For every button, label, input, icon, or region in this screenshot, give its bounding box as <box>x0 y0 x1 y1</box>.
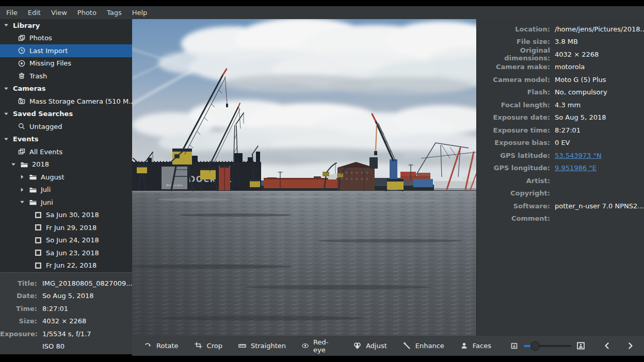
meta-row-exposure-date: Exposure date:So Aug 5, 2018 <box>477 111 644 124</box>
crop-button[interactable]: Crop <box>190 339 227 353</box>
sidebar-item-photos[interactable]: Photos <box>0 32 132 45</box>
date-icon <box>34 249 42 257</box>
sidebar-section-library[interactable]: Library <box>0 19 132 32</box>
meta-row-copyright: Copyright: <box>477 187 644 200</box>
meta-row-comment: Comment: <box>477 212 644 225</box>
sidebar-item-event-jun-23[interactable]: Sa Jun 23, 2018 <box>0 246 132 259</box>
sidebar-item-missing-files[interactable]: Missing Files <box>0 57 132 70</box>
sidebar-item-event-jun-22[interactable]: Fr Jun 22, 2018 <box>0 259 132 272</box>
meta-row-exposure-time: Exposure time:8:27:01 <box>477 124 644 137</box>
info-row-title: Title:IMG_20180805_0827009... <box>0 277 132 290</box>
meta-row-gps-latitude: GPS latitude:53.543973 °N <box>477 149 644 162</box>
faces-button[interactable]: Faces <box>456 339 495 353</box>
adjust-button[interactable]: Adjust <box>349 339 391 353</box>
gps-longitude-link[interactable]: 9.951986 °E <box>555 164 597 172</box>
meta-row-location: Location:/home/jens/Pictures/2018... <box>477 23 644 36</box>
chevron-expanded-icon[interactable] <box>3 111 9 117</box>
menu-bar: File Edit View Photo Tags Help <box>0 6 644 19</box>
sidebar-section-events[interactable]: Events <box>0 133 132 146</box>
rotate-button[interactable]: Rotate <box>139 339 183 353</box>
menu-file[interactable]: File <box>1 6 23 19</box>
folder-icon <box>29 186 37 194</box>
menu-help[interactable]: Help <box>127 6 153 19</box>
faces-icon <box>460 341 469 350</box>
folder-icon <box>29 173 37 181</box>
red-eye-button[interactable]: Red-eye <box>297 336 342 356</box>
sidebar-section-cameras[interactable]: Cameras <box>0 83 132 95</box>
info-row-size: Size:4032 × 2268 <box>0 315 132 328</box>
meta-row-exposure-bias: Exposure bias:0 EV <box>477 137 644 150</box>
meta-row-gps-longitude: GPS longitude:9.951986 °E <box>477 162 644 175</box>
rotate-icon <box>143 341 152 350</box>
adjust-icon <box>353 341 362 350</box>
edit-toolbar: Rotate Crop Straighten Red-eye Adjust En… <box>132 336 644 356</box>
info-row-exposure: Exposure:1/5534 s, f/1.7 <box>0 327 132 340</box>
meta-row-software: Software:potter_n-user 7.0 NPNS2... <box>477 200 644 212</box>
meta-row-focal-length: Focal length:4.3 mm <box>477 98 644 111</box>
sidebar-item-event-jun-29[interactable]: Fr Jun 29, 2018 <box>0 221 132 234</box>
zoom-slider[interactable] <box>524 341 571 351</box>
meta-row-camera-model: Camera model:Moto G (5) Plus <box>477 73 644 86</box>
sidebar-section-saved-searches[interactable]: Saved Searches <box>0 108 132 121</box>
sidebar-item-untagged[interactable]: Untagged <box>0 120 132 133</box>
straighten-icon <box>238 341 247 350</box>
photos-icon <box>18 34 26 42</box>
zoom-out-photo-icon[interactable] <box>510 341 519 350</box>
sidebar-item-trash[interactable]: Trash <box>0 70 132 83</box>
enhance-icon <box>403 341 411 350</box>
menu-photo[interactable]: Photo <box>72 6 102 19</box>
camera-icon <box>18 97 26 105</box>
chevron-collapsed-icon[interactable] <box>19 187 25 193</box>
chevron-expanded-icon[interactable] <box>3 22 9 28</box>
meta-row-camera-make: Camera make:motorola <box>477 61 644 74</box>
date-icon <box>34 211 42 219</box>
sidebar-item-juni[interactable]: Juni <box>0 196 132 209</box>
straighten-button[interactable]: Straighten <box>234 339 290 353</box>
trash-icon <box>18 72 26 80</box>
zoom-slider-knob[interactable] <box>530 341 540 351</box>
info-row-date: Date:So Aug 5, 2018 <box>0 290 132 303</box>
sidebar-item-all-events[interactable]: All Events <box>0 145 132 158</box>
menu-edit[interactable]: Edit <box>23 6 46 19</box>
chevron-expanded-icon[interactable] <box>3 86 9 92</box>
sidebar-item-juli[interactable]: Juli <box>0 184 132 196</box>
gps-latitude-link[interactable]: 53.543973 °N <box>555 152 602 159</box>
search-icon <box>18 122 26 130</box>
chevron-expanded-icon[interactable] <box>10 161 17 168</box>
chevron-expanded-icon[interactable] <box>19 199 25 205</box>
crop-icon <box>194 341 203 350</box>
sidebar-item-august[interactable]: August <box>0 171 132 184</box>
date-icon <box>34 223 42 232</box>
zoom-in-photo-icon[interactable] <box>576 341 585 350</box>
date-icon <box>34 261 42 270</box>
info-row-time: Time:8:27:01 <box>0 302 132 315</box>
missing-files-icon <box>18 59 26 68</box>
chevron-expanded-icon[interactable] <box>3 136 9 142</box>
dock-sign-small-text: Blohm+Voss <box>166 184 183 187</box>
info-row-iso: ISO 80 <box>0 340 132 353</box>
date-icon <box>34 236 42 244</box>
basic-info-panel: Title:IMG_20180805_0827009... Date:So Au… <box>0 272 132 354</box>
red-eye-icon <box>301 341 309 350</box>
meta-row-flash: Flash:No, compulsory <box>477 86 644 99</box>
chevron-collapsed-icon[interactable] <box>19 174 25 180</box>
sidebar-item-last-import[interactable]: Last Import <box>0 44 132 57</box>
extended-info-panel: Location:/home/jens/Pictures/2018... Fil… <box>476 19 644 336</box>
previous-photo-button[interactable] <box>603 341 611 350</box>
photo-harbor-cranes[interactable]: Blohm+Voss DOCK 11 <box>132 19 476 336</box>
sidebar-item-event-jun-24[interactable]: So Jun 24, 2018 <box>0 234 132 247</box>
menu-tags[interactable]: Tags <box>102 6 127 19</box>
meta-row-original-dimensions: Original dimensions:4032 × 2268 <box>477 48 644 61</box>
clock-icon <box>18 46 26 55</box>
sidebar-item-mass-storage-camera[interactable]: Mass Storage Camera (510 M... <box>0 95 132 108</box>
photo-navigation <box>603 341 635 350</box>
sidebar-tree: Library Photos Last Import Missing Files… <box>0 19 132 272</box>
enhance-button[interactable]: Enhance <box>398 339 448 353</box>
sidebar-item-2018[interactable]: 2018 <box>0 158 132 171</box>
folder-icon <box>20 160 28 169</box>
menu-view[interactable]: View <box>46 6 72 19</box>
sidebar-item-event-jun-30[interactable]: Sa Jun 30, 2018 <box>0 209 132 222</box>
events-icon <box>18 147 26 156</box>
next-photo-button[interactable] <box>626 341 635 350</box>
folder-icon <box>29 198 37 206</box>
